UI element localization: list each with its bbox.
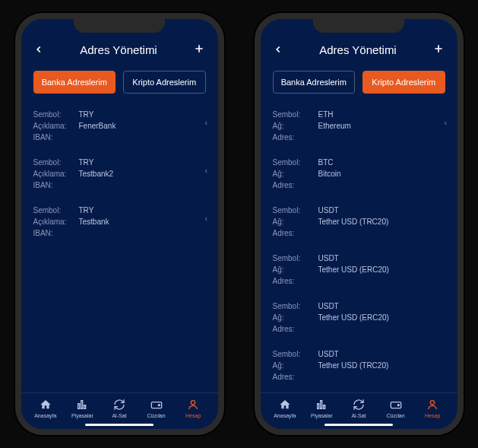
nav-cuzdan[interactable]: Cüzdan <box>138 398 175 418</box>
chevron-right-icon[interactable]: ‹‹ <box>204 166 205 175</box>
back-button[interactable] <box>273 42 283 57</box>
svg-rect-12 <box>324 405 325 409</box>
nav-piyasalar[interactable]: Piyasalar <box>303 398 340 418</box>
value-ag: Tether USD (ERC20) <box>318 265 445 274</box>
label-iban: IBAN: <box>33 133 79 141</box>
tabs: Banka Adreslerim Kripto Adreslerim <box>21 65 218 104</box>
value-iban <box>79 181 206 189</box>
svg-point-6 <box>158 405 160 406</box>
phone-left: Adres Yönetimi Banka Adreslerim Kripto A… <box>15 13 224 435</box>
address-entry[interactable]: Sembol:USDTAğ:Tether USD (ERC20) Adres: <box>273 296 445 344</box>
tab-crypto[interactable]: Kripto Adreslerim <box>362 71 445 94</box>
address-entry[interactable]: Sembol:ETHAğ:Ethereum Adres:‹‹ <box>273 104 445 152</box>
svg-rect-10 <box>318 404 319 409</box>
anasayfa-icon <box>39 398 52 411</box>
nav-anasayfa[interactable]: Anasayfa <box>27 398 65 418</box>
cuzdan-icon <box>150 398 163 411</box>
value-ag: Tether USD (ERC20) <box>318 313 445 322</box>
entry-row: Ağ:Tether USD (TRC20) <box>273 360 445 371</box>
entry-row: Açıklama:Testbank <box>33 216 206 227</box>
value-ag: Tether USD (TRC20) <box>318 361 445 370</box>
home-indicator[interactable] <box>324 424 393 426</box>
nav-label: Al-Sat <box>112 413 126 418</box>
tab-bank[interactable]: Banka Adreslerim <box>273 71 356 94</box>
label-aciklama: Açıklama: <box>33 218 79 226</box>
label-ag: Ağ: <box>273 122 318 130</box>
chevron-right-icon[interactable]: ‹‹ <box>444 118 445 127</box>
nav-hesap[interactable]: Hesap <box>175 398 212 418</box>
nav-label: Cüzdan <box>387 413 405 418</box>
value-adres <box>318 325 445 333</box>
label-adres: Adres: <box>273 181 318 189</box>
tab-bank[interactable]: Banka Adreslerim <box>33 71 116 94</box>
nav-hesap[interactable]: Hesap <box>414 398 451 418</box>
entry-row: Açıklama:FenerBank <box>33 120 206 132</box>
chevron-right-icon[interactable]: ‹‹ <box>204 214 205 223</box>
entry-row: Ağ:Tether USD (ERC20) <box>273 312 445 323</box>
entry-row: Adres: <box>273 227 445 239</box>
label-aciklama: Açıklama: <box>33 170 79 178</box>
value-sembol: TRY <box>79 206 206 214</box>
entry-row: Adres: <box>273 180 445 191</box>
value-aciklama: FenerBank <box>79 122 206 130</box>
value-sembol: ETH <box>318 110 445 119</box>
value-aciklama: Testbank <box>79 218 206 226</box>
nav-piyasalar[interactable]: Piyasalar <box>64 398 101 418</box>
value-sembol: USDT <box>318 206 445 214</box>
nav-label: Hesap <box>425 413 440 418</box>
value-adres <box>318 181 445 189</box>
notch <box>313 19 404 33</box>
tabs: Banka Adreslerim Kripto Adreslerim <box>261 65 457 104</box>
entry-row: Sembol:USDT <box>273 253 445 264</box>
address-entry[interactable]: Sembol:TRY Açıklama:Testbank2 IBAN: ‹‹ <box>33 152 206 200</box>
nav-alsat[interactable]: Al-Sat <box>101 398 138 418</box>
entry-row: Sembol:BTC <box>273 157 445 168</box>
content-right: Sembol:ETHAğ:Ethereum Adres:‹‹Sembol:BTC… <box>261 104 457 392</box>
label-ag: Ağ: <box>273 218 318 226</box>
address-entry[interactable]: Sembol:USDTAğ:Tether USD (ERC20) Adres: <box>273 248 445 296</box>
address-entry[interactable]: Sembol:USDTAğ:Tether USD (TRC20) Adres: <box>273 200 445 248</box>
entry-row: Adres: <box>273 323 445 335</box>
entry-row: Sembol:ETH <box>273 109 445 120</box>
label-sembol: Sembol: <box>273 302 318 310</box>
home-indicator[interactable] <box>85 424 154 426</box>
address-entry[interactable]: Sembol:DOGE <box>273 392 445 392</box>
add-button[interactable] <box>432 42 445 57</box>
entry-row: Ağ:Bitcoin <box>273 168 445 180</box>
notch <box>74 19 165 33</box>
value-adres <box>318 133 445 141</box>
back-button[interactable] <box>33 42 44 57</box>
entry-row: Açıklama:Testbank2 <box>33 168 206 180</box>
label-adres: Adres: <box>273 133 318 141</box>
label-ag: Ağ: <box>273 313 318 322</box>
content-left: Sembol:TRY Açıklama:FenerBank IBAN: ‹‹ S… <box>21 104 218 392</box>
tab-crypto[interactable]: Kripto Adreslerim <box>123 71 206 94</box>
value-iban <box>79 133 206 141</box>
hesap-icon <box>426 398 439 411</box>
address-entry[interactable]: Sembol:TRY Açıklama:FenerBank IBAN: ‹‹ <box>33 104 206 152</box>
svg-rect-3 <box>81 401 83 409</box>
address-entry[interactable]: Sembol:BTCAğ:Bitcoin Adres: <box>273 152 445 200</box>
page-title: Adres Yönetimi <box>80 43 157 56</box>
address-entry[interactable]: Sembol:USDTAğ:Tether USD (TRC20) Adres: <box>273 344 445 392</box>
nav-anasayfa[interactable]: Anasayfa <box>267 398 304 418</box>
value-adres <box>318 229 445 237</box>
entry-row: Sembol:USDT <box>273 300 445 312</box>
nav-label: Al-Sat <box>351 413 366 418</box>
screen-right: Adres Yönetimi Banka Adreslerim Kripto A… <box>261 19 457 429</box>
label-ag: Ağ: <box>273 170 318 178</box>
value-sembol: TRY <box>79 110 206 119</box>
entry-row: Sembol:USDT <box>273 348 445 360</box>
svg-rect-11 <box>321 401 322 409</box>
nav-alsat[interactable]: Al-Sat <box>340 398 378 418</box>
nav-label: Hesap <box>185 413 201 418</box>
chevron-right-icon[interactable]: ‹‹ <box>204 118 205 127</box>
page-title: Adres Yönetimi <box>319 43 396 56</box>
nav-cuzdan[interactable]: Cüzdan <box>377 398 414 418</box>
alsat-icon <box>352 398 366 411</box>
add-button[interactable] <box>193 42 205 57</box>
alsat-icon <box>112 398 126 411</box>
value-adres <box>318 373 445 381</box>
entry-row: Adres: <box>273 275 445 287</box>
address-entry[interactable]: Sembol:TRY Açıklama:Testbank IBAN: ‹‹ <box>33 200 206 248</box>
